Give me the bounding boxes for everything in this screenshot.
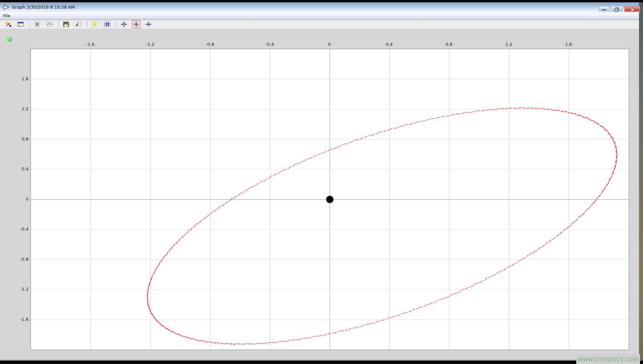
y-tick-label: 1.6: [3, 76, 29, 82]
export-icon: [75, 21, 82, 27]
y-tick-label: -0.4: [3, 227, 29, 232]
x-tick-label: -1.2: [137, 42, 163, 47]
y-tick-label: -0.8: [3, 257, 29, 262]
snap-points-button[interactable]: [91, 20, 99, 28]
grid-button[interactable]: [103, 20, 112, 28]
vertical-cursor-icon: [133, 21, 139, 27]
title-bar[interactable]: Graph 3/30/2016 8:10:28 AM: [0, 2, 639, 12]
cursor-display-icon: [46, 21, 53, 27]
horizontal-cursor-button[interactable]: [144, 20, 153, 28]
window-title: Graph 3/30/2016 8:10:28 AM: [12, 5, 75, 10]
report-list-icon: [34, 21, 41, 27]
y-tick-label: -1.2: [3, 287, 29, 292]
snap-points-icon: [92, 21, 98, 27]
export-button[interactable]: [74, 20, 83, 28]
window-top-border: [0, 0, 643, 2]
watermark-text: www.cntronics.com: [578, 355, 639, 363]
menu-file[interactable]: File: [0, 13, 13, 19]
y-tick-label: 0.8: [3, 136, 29, 142]
window-properties-button[interactable]: [16, 20, 25, 28]
report-list-button[interactable]: [33, 20, 42, 28]
y-tick-label: 0.4: [3, 166, 29, 172]
pan-crosshair-icon: [121, 21, 127, 27]
grid-icon: [104, 21, 111, 27]
toolbar: [0, 20, 639, 29]
x-tick-label: 0.8: [436, 42, 462, 47]
y-axis-tick-labels: 1.61.20.80.40-0.4-0.8-1.2-1.6: [0, 29, 30, 360]
xy-graph: [31, 49, 629, 350]
x-tick-label: 0: [316, 42, 343, 47]
y-tick-label: 0: [3, 197, 29, 202]
toolbar-separator: [29, 21, 30, 28]
minimize-icon: [601, 7, 607, 12]
toolbar-separator: [58, 21, 59, 28]
vertical-cursor-button[interactable]: [132, 20, 140, 28]
desktop-background-strip: [638, 0, 643, 364]
save-button[interactable]: [62, 20, 70, 28]
pan-crosshair-button[interactable]: [120, 20, 128, 28]
x-tick-label: -1.6: [77, 42, 104, 47]
restore-icon: [614, 7, 620, 12]
menu-bar: File: [0, 12, 639, 20]
watermark: www.cntronics.com: [576, 354, 640, 364]
screenshot-bottom-edge: [0, 361, 643, 364]
graph-client-area: -1.6-1.2-0.8-0.400.40.81.21.6 1.61.20.80…: [0, 29, 639, 360]
horizontal-cursor-icon: [145, 21, 152, 27]
cursor-display-button[interactable]: [45, 20, 54, 28]
y-tick-label: 1.2: [3, 106, 29, 112]
x-tick-label: -0.8: [197, 42, 223, 47]
x-axis-tick-labels: -1.6-1.2-0.8-0.400.40.81.21.6: [0, 29, 639, 48]
x-tick-label: 1.6: [555, 42, 582, 47]
y-tick-label: -1.6: [3, 317, 29, 322]
window-properties-icon: [17, 21, 24, 27]
x-tick-label: -0.4: [256, 42, 283, 47]
x-tick-label: 1.2: [496, 42, 522, 47]
close-icon: [629, 7, 636, 12]
toolbar-separator: [87, 21, 88, 28]
new-analysis-button[interactable]: [4, 20, 13, 28]
toolbar-separator: [116, 21, 117, 28]
plot-area[interactable]: [31, 49, 629, 350]
labview-arrow-icon: [3, 4, 10, 10]
save-icon: [63, 21, 69, 27]
screenshot-root: Graph 3/30/2016 8:10:28 AM: [0, 0, 643, 364]
new-analysis-icon: [5, 21, 12, 27]
x-tick-label: 0.4: [376, 42, 403, 47]
